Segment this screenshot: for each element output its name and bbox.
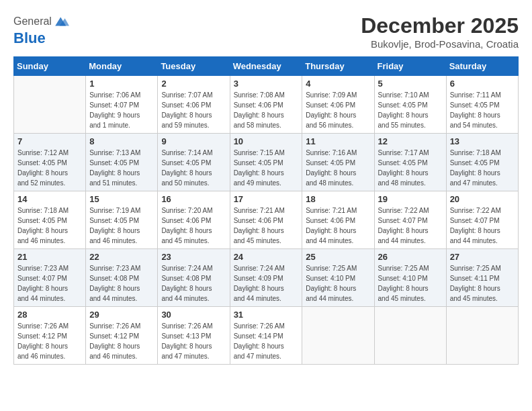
weekday-tuesday: Tuesday bbox=[158, 57, 230, 76]
day-info: Sunrise: 7:08 AM Sunset: 4:06 PM Dayligh… bbox=[234, 90, 299, 130]
day-number: 3 bbox=[234, 79, 299, 89]
page-header: General Blue December 2025 Bukovlje, Bro… bbox=[13, 13, 519, 50]
day-number: 22 bbox=[89, 252, 154, 262]
calendar-day-cell: 28Sunrise: 7:26 AM Sunset: 4:12 PM Dayli… bbox=[14, 307, 86, 365]
day-info: Sunrise: 7:20 AM Sunset: 4:06 PM Dayligh… bbox=[161, 205, 226, 246]
calendar-day-cell: 1Sunrise: 7:06 AM Sunset: 4:07 PM Daylig… bbox=[86, 76, 158, 134]
calendar-day-cell bbox=[446, 307, 518, 365]
calendar-day-cell: 6Sunrise: 7:11 AM Sunset: 4:05 PM Daylig… bbox=[446, 76, 518, 134]
calendar-day-cell: 10Sunrise: 7:15 AM Sunset: 4:05 PM Dayli… bbox=[230, 134, 302, 191]
calendar-day-cell: 12Sunrise: 7:17 AM Sunset: 4:05 PM Dayli… bbox=[374, 134, 446, 191]
day-info: Sunrise: 7:26 AM Sunset: 4:13 PM Dayligh… bbox=[161, 321, 226, 361]
day-number: 26 bbox=[378, 252, 443, 262]
day-number: 12 bbox=[378, 136, 443, 146]
weekday-header-row: SundayMondayTuesdayWednesdayThursdayFrid… bbox=[14, 57, 519, 76]
day-number: 19 bbox=[378, 194, 443, 204]
day-number: 13 bbox=[450, 136, 515, 146]
day-number: 23 bbox=[161, 252, 226, 262]
calendar-table: SundayMondayTuesdayWednesdayThursdayFrid… bbox=[13, 56, 519, 365]
day-info: Sunrise: 7:23 AM Sunset: 4:07 PM Dayligh… bbox=[17, 263, 82, 304]
day-info: Sunrise: 7:25 AM Sunset: 4:10 PM Dayligh… bbox=[378, 263, 443, 304]
day-number: 17 bbox=[234, 194, 299, 204]
day-info: Sunrise: 7:11 AM Sunset: 4:05 PM Dayligh… bbox=[450, 90, 515, 130]
calendar-day-cell: 13Sunrise: 7:18 AM Sunset: 4:05 PM Dayli… bbox=[446, 134, 518, 191]
calendar-day-cell: 27Sunrise: 7:25 AM Sunset: 4:11 PM Dayli… bbox=[446, 249, 518, 307]
day-number: 18 bbox=[306, 194, 370, 204]
logo-icon bbox=[53, 13, 69, 30]
calendar-day-cell: 9Sunrise: 7:14 AM Sunset: 4:05 PM Daylig… bbox=[158, 134, 230, 191]
day-info: Sunrise: 7:14 AM Sunset: 4:05 PM Dayligh… bbox=[161, 148, 226, 188]
calendar-day-cell bbox=[374, 307, 446, 365]
weekday-sunday: Sunday bbox=[14, 57, 86, 76]
calendar-day-cell: 19Sunrise: 7:22 AM Sunset: 4:07 PM Dayli… bbox=[374, 191, 446, 249]
calendar-day-cell: 16Sunrise: 7:20 AM Sunset: 4:06 PM Dayli… bbox=[158, 191, 230, 249]
day-info: Sunrise: 7:19 AM Sunset: 4:05 PM Dayligh… bbox=[89, 205, 154, 246]
day-info: Sunrise: 7:06 AM Sunset: 4:07 PM Dayligh… bbox=[89, 90, 154, 130]
day-number: 27 bbox=[450, 252, 515, 262]
calendar-week-row: 14Sunrise: 7:18 AM Sunset: 4:05 PM Dayli… bbox=[14, 191, 519, 249]
day-info: Sunrise: 7:23 AM Sunset: 4:08 PM Dayligh… bbox=[89, 263, 154, 304]
weekday-wednesday: Wednesday bbox=[230, 57, 302, 76]
day-number: 25 bbox=[306, 252, 370, 262]
day-info: Sunrise: 7:12 AM Sunset: 4:05 PM Dayligh… bbox=[17, 148, 82, 188]
calendar-day-cell: 23Sunrise: 7:24 AM Sunset: 4:08 PM Dayli… bbox=[158, 249, 230, 307]
day-number: 20 bbox=[450, 194, 515, 204]
weekday-monday: Monday bbox=[86, 57, 158, 76]
day-number: 15 bbox=[89, 194, 154, 204]
day-info: Sunrise: 7:18 AM Sunset: 4:05 PM Dayligh… bbox=[17, 205, 82, 246]
calendar-day-cell: 25Sunrise: 7:25 AM Sunset: 4:10 PM Dayli… bbox=[302, 249, 374, 307]
day-number: 10 bbox=[234, 136, 299, 146]
day-info: Sunrise: 7:26 AM Sunset: 4:14 PM Dayligh… bbox=[234, 321, 299, 361]
location-title: Bukovlje, Brod-Posavina, Croatia bbox=[361, 38, 519, 50]
calendar-day-cell: 11Sunrise: 7:16 AM Sunset: 4:05 PM Dayli… bbox=[302, 134, 374, 191]
day-info: Sunrise: 7:17 AM Sunset: 4:05 PM Dayligh… bbox=[378, 148, 443, 188]
day-number: 24 bbox=[234, 252, 299, 262]
day-info: Sunrise: 7:10 AM Sunset: 4:05 PM Dayligh… bbox=[378, 90, 443, 130]
calendar-day-cell: 26Sunrise: 7:25 AM Sunset: 4:10 PM Dayli… bbox=[374, 249, 446, 307]
weekday-saturday: Saturday bbox=[446, 57, 518, 76]
month-title: December 2025 bbox=[361, 13, 519, 38]
title-block: December 2025 Bukovlje, Brod-Posavina, C… bbox=[361, 13, 519, 50]
weekday-thursday: Thursday bbox=[302, 57, 374, 76]
day-info: Sunrise: 7:07 AM Sunset: 4:06 PM Dayligh… bbox=[161, 90, 226, 130]
calendar-day-cell: 21Sunrise: 7:23 AM Sunset: 4:07 PM Dayli… bbox=[14, 249, 86, 307]
day-number: 9 bbox=[161, 136, 226, 146]
day-number: 16 bbox=[161, 194, 226, 204]
calendar-day-cell: 29Sunrise: 7:26 AM Sunset: 4:12 PM Dayli… bbox=[86, 307, 158, 365]
calendar-day-cell: 17Sunrise: 7:21 AM Sunset: 4:06 PM Dayli… bbox=[230, 191, 302, 249]
day-info: Sunrise: 7:09 AM Sunset: 4:06 PM Dayligh… bbox=[306, 90, 370, 130]
day-number: 4 bbox=[306, 79, 370, 89]
day-info: Sunrise: 7:18 AM Sunset: 4:05 PM Dayligh… bbox=[450, 148, 515, 188]
calendar-day-cell: 24Sunrise: 7:24 AM Sunset: 4:09 PM Dayli… bbox=[230, 249, 302, 307]
calendar-day-cell bbox=[302, 307, 374, 365]
day-info: Sunrise: 7:21 AM Sunset: 4:06 PM Dayligh… bbox=[234, 205, 299, 246]
day-number: 1 bbox=[89, 79, 154, 89]
calendar-day-cell bbox=[14, 76, 86, 134]
calendar-day-cell: 2Sunrise: 7:07 AM Sunset: 4:06 PM Daylig… bbox=[158, 76, 230, 134]
day-info: Sunrise: 7:24 AM Sunset: 4:09 PM Dayligh… bbox=[234, 263, 299, 304]
calendar-day-cell: 30Sunrise: 7:26 AM Sunset: 4:13 PM Dayli… bbox=[158, 307, 230, 365]
day-number: 30 bbox=[161, 310, 226, 320]
day-number: 6 bbox=[450, 79, 515, 89]
day-info: Sunrise: 7:16 AM Sunset: 4:05 PM Dayligh… bbox=[306, 148, 370, 188]
day-info: Sunrise: 7:22 AM Sunset: 4:07 PM Dayligh… bbox=[450, 205, 515, 246]
day-info: Sunrise: 7:15 AM Sunset: 4:05 PM Dayligh… bbox=[234, 148, 299, 188]
calendar-day-cell: 3Sunrise: 7:08 AM Sunset: 4:06 PM Daylig… bbox=[230, 76, 302, 134]
day-info: Sunrise: 7:25 AM Sunset: 4:10 PM Dayligh… bbox=[306, 263, 370, 304]
calendar-day-cell: 18Sunrise: 7:21 AM Sunset: 4:06 PM Dayli… bbox=[302, 191, 374, 249]
calendar-day-cell: 5Sunrise: 7:10 AM Sunset: 4:05 PM Daylig… bbox=[374, 76, 446, 134]
day-info: Sunrise: 7:24 AM Sunset: 4:08 PM Dayligh… bbox=[161, 263, 226, 304]
calendar-day-cell: 31Sunrise: 7:26 AM Sunset: 4:14 PM Dayli… bbox=[230, 307, 302, 365]
day-number: 29 bbox=[89, 310, 154, 320]
calendar-day-cell: 20Sunrise: 7:22 AM Sunset: 4:07 PM Dayli… bbox=[446, 191, 518, 249]
logo-blue: Blue bbox=[13, 30, 46, 46]
logo-general: General bbox=[13, 15, 52, 28]
calendar-week-row: 7Sunrise: 7:12 AM Sunset: 4:05 PM Daylig… bbox=[14, 134, 519, 191]
day-info: Sunrise: 7:26 AM Sunset: 4:12 PM Dayligh… bbox=[89, 321, 154, 361]
day-info: Sunrise: 7:26 AM Sunset: 4:12 PM Dayligh… bbox=[17, 321, 82, 361]
logo: General Blue bbox=[13, 13, 69, 47]
calendar-week-row: 1Sunrise: 7:06 AM Sunset: 4:07 PM Daylig… bbox=[14, 76, 519, 134]
calendar-day-cell: 15Sunrise: 7:19 AM Sunset: 4:05 PM Dayli… bbox=[86, 191, 158, 249]
day-number: 8 bbox=[89, 136, 154, 146]
calendar-day-cell: 8Sunrise: 7:13 AM Sunset: 4:05 PM Daylig… bbox=[86, 134, 158, 191]
